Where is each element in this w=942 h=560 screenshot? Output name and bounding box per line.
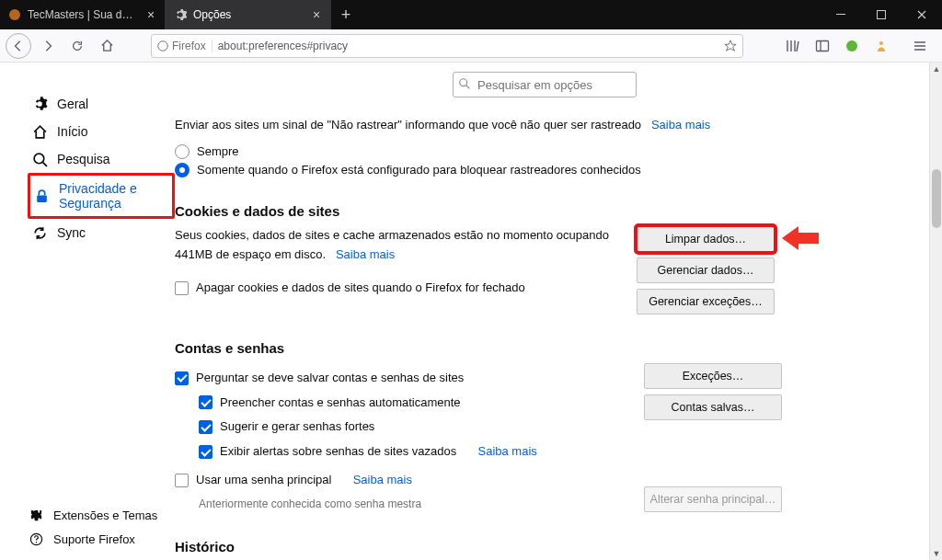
back-button[interactable]	[6, 33, 31, 59]
svg-line-9	[42, 162, 46, 166]
dnt-learn-more-link[interactable]: Saiba mais	[651, 118, 710, 131]
breach-learn-more-link[interactable]: Saiba mais	[477, 442, 536, 462]
dnt-option-configurado[interactable]: Somente quando o Firefox está configurad…	[175, 163, 819, 177]
logins-exceptions-button[interactable]: Exceções…	[644, 363, 782, 389]
checkbox-label: Usar uma senha principal	[196, 471, 331, 490]
tab-opcoes[interactable]: Opções ×	[166, 0, 331, 29]
checkbox-label: Apagar cookies e dados de sites quando o…	[196, 279, 525, 298]
preferences-content: Enviar aos sites um sinal de "Não rastre…	[175, 63, 942, 560]
home-button[interactable]	[94, 33, 120, 59]
dnt-option-sempre[interactable]: Sempre	[175, 144, 819, 159]
manage-exceptions-button[interactable]: Gerenciar exceções…	[637, 289, 775, 314]
svg-line-14	[466, 86, 470, 89]
scrollbar-thumb[interactable]	[932, 169, 941, 228]
extension-icon-1[interactable]	[843, 37, 861, 55]
checkbox-icon	[199, 445, 213, 459]
gear-icon	[173, 7, 188, 22]
window-titlebar: TecMasters | Sua dose diária de × Opções…	[0, 0, 942, 29]
sidebar-item-geral[interactable]: Geral	[28, 90, 175, 118]
breach-checkbox-row[interactable]: Exibir alertas sobre senhas de sites vaz…	[199, 442, 626, 462]
checkbox-label: Sugerir e gerar senhas fortes	[220, 417, 374, 437]
app-menu-button[interactable]	[911, 37, 929, 55]
url-bar[interactable]: Firefox about:preferences#privacy	[151, 34, 743, 58]
ask-save-checkbox-row[interactable]: Perguntar se deve salvar contas e senhas…	[175, 369, 626, 388]
search-icon	[458, 77, 471, 90]
autofill-checkbox-row[interactable]: Preencher contas e senhas automaticament…	[199, 394, 626, 413]
checkbox-icon	[175, 371, 189, 385]
sidebar-item-pesquisa[interactable]: Pesquisa	[28, 145, 175, 173]
primary-note-text: Anteriormente conhecida como senha mestr…	[199, 496, 626, 513]
sidebar-item-suporte[interactable]: Suporte Firefox	[28, 527, 157, 551]
svg-point-12	[35, 542, 37, 543]
section-history: Histórico	[175, 539, 819, 554]
clear-data-button[interactable]: Limpar dados…	[637, 226, 775, 252]
sidebar-item-label: Sync	[57, 225, 86, 240]
identity-box[interactable]: Firefox	[157, 40, 213, 52]
close-icon[interactable]: ×	[310, 8, 323, 21]
section-heading: Histórico	[175, 539, 819, 554]
reload-button[interactable]	[64, 33, 90, 59]
home-icon	[31, 123, 48, 140]
firefox-logo-icon	[157, 40, 168, 51]
sidebar-item-label: Extensões e Temas	[53, 509, 157, 522]
radio-icon	[175, 144, 190, 159]
section-cookies: Cookies e dados de sites Seus cookies, d…	[175, 203, 819, 314]
delete-on-close-checkbox-row[interactable]: Apagar cookies e dados de sites quando o…	[175, 279, 618, 298]
svg-rect-1	[836, 14, 845, 15]
svg-rect-10	[37, 195, 47, 201]
tab-tecmasters[interactable]: TecMasters | Sua dose diária de ×	[0, 0, 166, 29]
cookies-learn-more-link[interactable]: Saiba mais	[336, 247, 395, 261]
radio-label: Sempre	[197, 144, 239, 158]
sidebar-item-sync[interactable]: Sync	[28, 219, 175, 246]
sidebar-icon[interactable]	[813, 37, 832, 55]
lock-icon	[34, 188, 50, 204]
new-tab-button[interactable]: +	[331, 0, 361, 29]
content-scrollbar[interactable]: ▲ ▼	[929, 63, 942, 560]
preferences-sidebar: Geral Início Pesquisa Privacidade e Segu…	[0, 63, 175, 560]
suggest-checkbox-row[interactable]: Sugerir e gerar senhas fortes	[199, 417, 626, 437]
bookmark-star-icon[interactable]	[724, 40, 737, 52]
sidebar-item-label: Suporte Firefox	[53, 532, 135, 546]
sidebar-item-extensoes[interactable]: Extensões e Temas	[28, 503, 157, 527]
svg-point-3	[158, 40, 168, 51]
library-icon[interactable]	[784, 37, 802, 55]
svg-rect-2	[878, 11, 886, 19]
preferences-page: Geral Início Pesquisa Privacidade e Segu…	[0, 63, 942, 560]
close-window-button[interactable]	[902, 0, 942, 29]
svg-point-0	[9, 9, 20, 20]
primary-learn-more-link[interactable]: Saiba mais	[353, 471, 412, 490]
sidebar-item-label: Geral	[57, 97, 88, 111]
scroll-up-icon[interactable]: ▲	[930, 63, 942, 75]
puzzle-icon	[28, 507, 44, 523]
section-heading: Cookies e dados de sites	[175, 203, 819, 219]
checkbox-label: Perguntar se deve salvar contas e senhas…	[196, 369, 464, 388]
tab-label: Opções	[193, 8, 304, 21]
forward-button[interactable]	[35, 33, 61, 59]
gear-icon	[31, 96, 48, 112]
manage-data-button[interactable]: Gerenciar dados…	[637, 257, 775, 283]
primary-password-checkbox-row[interactable]: Usar uma senha principal Saiba mais	[175, 471, 626, 490]
search-icon	[31, 151, 48, 167]
checkbox-label: Preencher contas e senhas automaticament…	[220, 394, 461, 413]
svg-rect-4	[817, 40, 829, 51]
change-primary-password-button: Alterar senha principal…	[644, 486, 782, 512]
svg-point-6	[846, 40, 857, 51]
maximize-button[interactable]	[861, 0, 902, 29]
close-icon[interactable]: ×	[144, 8, 157, 21]
section-logins: Contas e senhas Perguntar se deve salvar…	[175, 340, 819, 513]
tab-label: TecMasters | Sua dose diária de	[28, 8, 139, 21]
saved-logins-button[interactable]: Contas salvas…	[644, 394, 782, 420]
favicon-site-icon	[7, 7, 22, 22]
sidebar-item-label: Início	[57, 124, 87, 139]
svg-point-13	[460, 79, 467, 86]
sidebar-item-privacidade[interactable]: Privacidade e Segurança	[28, 173, 175, 219]
scroll-down-icon[interactable]: ▼	[930, 547, 942, 560]
extension-icon-2[interactable]	[872, 37, 890, 55]
section-heading: Contas e senhas	[175, 340, 819, 356]
help-icon	[28, 531, 44, 547]
minimize-button[interactable]	[821, 0, 861, 29]
preferences-search-input[interactable]	[453, 72, 637, 97]
nav-toolbar: Firefox about:preferences#privacy	[0, 29, 942, 63]
sidebar-item-inicio[interactable]: Início	[28, 118, 175, 145]
dnt-intro-text: Enviar aos sites um sinal de "Não rastre…	[175, 118, 641, 131]
